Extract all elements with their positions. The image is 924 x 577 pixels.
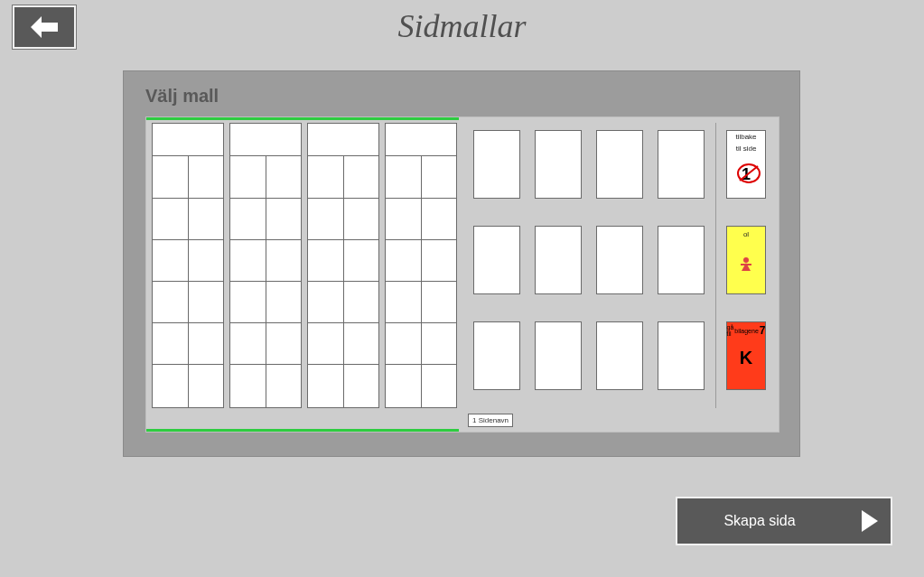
template-blank-card[interactable] xyxy=(658,321,705,390)
template-blank-card[interactable] xyxy=(658,226,705,294)
row-line xyxy=(308,364,378,365)
template-column-1[interactable] xyxy=(152,123,224,408)
template-blank-card[interactable] xyxy=(535,226,582,294)
selection-top-bar xyxy=(146,117,459,120)
row-line xyxy=(308,198,378,199)
row-line xyxy=(230,364,301,365)
column-vsplit xyxy=(188,156,189,407)
side-card-back[interactable]: tilbake til side 1 xyxy=(726,130,766,199)
page-title: Sidmallar xyxy=(0,7,924,45)
template-column-4[interactable] xyxy=(385,123,457,408)
side-card-back-line1: tilbake xyxy=(735,133,756,141)
row-line xyxy=(153,281,223,282)
row-line xyxy=(386,322,456,323)
template-blank-card[interactable] xyxy=(596,130,643,199)
svg-point-2 xyxy=(743,257,749,263)
template-blank-card[interactable] xyxy=(535,321,582,390)
template-blank-card[interactable] xyxy=(596,226,643,294)
row-line xyxy=(230,239,301,240)
row-line xyxy=(153,322,223,323)
column-vsplit xyxy=(421,156,422,407)
row-line xyxy=(386,281,456,282)
create-page-label: Skapa sida xyxy=(677,513,842,529)
vertical-divider xyxy=(715,123,716,408)
side-card-red-top: gå til bilagene 7 xyxy=(727,324,766,337)
create-page-button[interactable]: Skapa sida xyxy=(676,497,892,545)
template-panel: Välj mall xyxy=(123,70,800,457)
forward-arrow-icon xyxy=(860,508,880,534)
row-line xyxy=(230,322,301,323)
template-column-2[interactable] xyxy=(229,123,302,408)
back-arrow-icon xyxy=(29,14,60,40)
person-icon xyxy=(736,255,756,275)
side-card-yellow-label: ol xyxy=(743,230,749,238)
side-card-yellow[interactable]: ol xyxy=(726,226,766,294)
column-vsplit xyxy=(266,156,266,407)
side-card-back-line2: til side xyxy=(736,144,757,153)
template-blank-card[interactable] xyxy=(535,130,582,199)
row-line xyxy=(230,281,301,282)
column-vsplit xyxy=(343,156,344,407)
column-header xyxy=(153,124,223,156)
template-blank-card[interactable] xyxy=(658,130,705,199)
side-card-back-icon: 1 xyxy=(742,165,751,184)
side-card-red-letter: K xyxy=(740,348,752,368)
template-blank-card[interactable] xyxy=(473,321,520,390)
row-line xyxy=(386,239,456,240)
selection-bottom-bar xyxy=(146,429,459,432)
row-line xyxy=(386,198,456,199)
column-header xyxy=(308,124,378,156)
row-line xyxy=(153,198,223,199)
row-line xyxy=(230,198,301,199)
row-line xyxy=(386,364,456,365)
row-line xyxy=(308,281,378,282)
side-card-red[interactable]: gå til bilagene 7 K xyxy=(726,321,766,390)
template-blank-card[interactable] xyxy=(596,321,643,390)
template-column-3[interactable] xyxy=(307,123,379,408)
row-line xyxy=(153,239,223,240)
row-line xyxy=(308,322,378,323)
column-header xyxy=(386,124,456,156)
row-line xyxy=(308,239,378,240)
template-blank-card[interactable] xyxy=(473,226,520,294)
back-button[interactable] xyxy=(13,5,76,49)
column-header xyxy=(230,124,301,156)
sidenavn-tag[interactable]: 1 Sidenavn xyxy=(468,414,513,427)
row-line xyxy=(153,364,223,365)
template-blank-card[interactable] xyxy=(473,130,520,199)
template-canvas: 1 Sidenavn tilbake til side 1 ol gå til … xyxy=(145,116,779,433)
svg-line-1 xyxy=(740,166,758,181)
panel-title: Välj mall xyxy=(145,86,219,107)
